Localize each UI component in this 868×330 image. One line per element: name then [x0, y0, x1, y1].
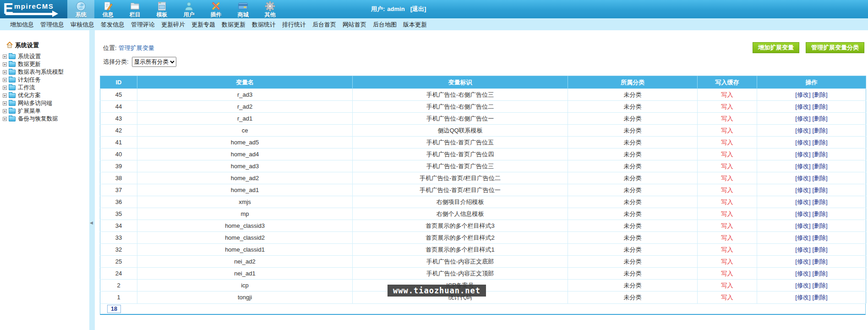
- write-cache-link[interactable]: 写入: [721, 246, 733, 253]
- nav-item[interactable]: 后台地图: [373, 19, 397, 31]
- sidebar-item[interactable]: 数据表与系统模型: [3, 68, 89, 76]
- nav-item[interactable]: 审核信息: [71, 19, 94, 31]
- expand-plus-icon[interactable]: [3, 117, 7, 121]
- delete-link[interactable]: [删除]: [813, 163, 828, 170]
- expand-plus-icon[interactable]: [3, 109, 7, 113]
- write-cache-link[interactable]: 写入: [721, 222, 733, 229]
- expand-plus-icon[interactable]: [3, 86, 7, 90]
- nav-item[interactable]: 增加信息: [10, 19, 34, 31]
- modify-link[interactable]: [修改]: [795, 175, 810, 182]
- delete-link[interactable]: [删除]: [813, 258, 828, 265]
- delete-link[interactable]: [删除]: [813, 187, 828, 193]
- write-cache-link[interactable]: 写入: [721, 151, 733, 158]
- write-cache-link[interactable]: 写入: [721, 234, 733, 241]
- write-cache-link[interactable]: 写入: [721, 127, 733, 134]
- modify-link[interactable]: [修改]: [795, 139, 810, 146]
- delete-link[interactable]: [删除]: [813, 198, 828, 205]
- category-select[interactable]: 显示所有分类: [132, 57, 176, 67]
- nav-item[interactable]: 网站首页: [343, 19, 366, 31]
- modify-link[interactable]: [修改]: [795, 151, 810, 158]
- expand-plus-icon[interactable]: [3, 101, 7, 105]
- tab-template[interactable]: 模板: [148, 0, 175, 18]
- write-cache-link[interactable]: 写入: [721, 175, 733, 182]
- delete-link[interactable]: [删除]: [813, 91, 828, 98]
- modify-link[interactable]: [修改]: [795, 163, 810, 170]
- write-cache-link[interactable]: 写入: [721, 282, 733, 289]
- modify-link[interactable]: [修改]: [795, 282, 810, 289]
- modify-link[interactable]: [修改]: [795, 258, 810, 265]
- add-variable-button[interactable]: 增加扩展变量: [753, 42, 799, 53]
- modify-link[interactable]: [修改]: [795, 103, 810, 110]
- nav-item[interactable]: 数据统计: [252, 19, 276, 31]
- modify-link[interactable]: [修改]: [795, 198, 810, 205]
- modify-link[interactable]: [修改]: [795, 187, 810, 193]
- sidebar-item[interactable]: 数据更新: [3, 60, 89, 68]
- write-cache-link[interactable]: 写入: [721, 258, 733, 265]
- expand-plus-icon[interactable]: [3, 94, 7, 98]
- sidebar-item[interactable]: 扩展菜单: [3, 107, 89, 115]
- modify-link[interactable]: [修改]: [795, 234, 810, 241]
- nav-item[interactable]: 更新碎片: [161, 19, 185, 31]
- delete-link[interactable]: [删除]: [813, 234, 828, 241]
- nav-item[interactable]: 管理评论: [131, 19, 155, 31]
- write-cache-link[interactable]: 写入: [721, 91, 733, 98]
- logout-link[interactable]: [退出]: [410, 6, 426, 12]
- delete-link[interactable]: [删除]: [813, 210, 828, 217]
- delete-link[interactable]: [删除]: [813, 127, 828, 134]
- tab-mall[interactable]: 商城: [229, 0, 257, 18]
- modify-link[interactable]: [修改]: [795, 246, 810, 253]
- nav-item[interactable]: 后台首页: [312, 19, 336, 31]
- write-cache-link[interactable]: 写入: [721, 103, 733, 110]
- delete-link[interactable]: [删除]: [813, 103, 828, 110]
- delete-link[interactable]: [删除]: [813, 282, 828, 289]
- empirecms-logo[interactable]: E mpireCMS: [0, 0, 67, 18]
- collapse-sidebar-icon[interactable]: ◀: [90, 220, 93, 225]
- write-cache-link[interactable]: 写入: [721, 270, 733, 277]
- delete-link[interactable]: [删除]: [813, 175, 828, 182]
- sidebar-item[interactable]: 计划任务: [3, 76, 89, 84]
- tab-system[interactable]: 系统: [67, 0, 94, 18]
- modify-link[interactable]: [修改]: [795, 91, 810, 98]
- expand-plus-icon[interactable]: [3, 78, 7, 82]
- delete-link[interactable]: [删除]: [813, 222, 828, 229]
- sidebar-item[interactable]: 工作流: [3, 84, 89, 92]
- nav-item[interactable]: 版本更新: [403, 19, 427, 31]
- sidebar-item[interactable]: 系统设置: [3, 53, 89, 60]
- modify-link[interactable]: [修改]: [795, 222, 810, 229]
- delete-link[interactable]: [删除]: [813, 270, 828, 277]
- nav-item[interactable]: 排行统计: [282, 19, 306, 31]
- sidebar-item[interactable]: 优化方案: [3, 92, 89, 99]
- write-cache-link[interactable]: 写入: [721, 187, 733, 193]
- nav-item[interactable]: 管理信息: [40, 19, 64, 31]
- tab-plugin[interactable]: 插件: [202, 0, 229, 18]
- delete-link[interactable]: [删除]: [813, 294, 828, 301]
- nav-item[interactable]: 更新专题: [191, 19, 215, 31]
- tab-other[interactable]: 其他: [257, 0, 284, 18]
- modify-link[interactable]: [修改]: [795, 294, 810, 301]
- modify-link[interactable]: [修改]: [795, 270, 810, 277]
- delete-link[interactable]: [删除]: [813, 115, 828, 122]
- delete-link[interactable]: [删除]: [813, 139, 828, 146]
- tab-info[interactable]: 信息: [94, 0, 121, 18]
- nav-item[interactable]: 签发信息: [101, 19, 125, 31]
- tab-column[interactable]: 栏目: [121, 0, 148, 18]
- write-cache-link[interactable]: 写入: [721, 115, 733, 122]
- write-cache-link[interactable]: 写入: [721, 294, 733, 301]
- expand-plus-icon[interactable]: [3, 70, 7, 74]
- sidebar-item[interactable]: 备份与恢复数据: [3, 115, 89, 123]
- nav-item[interactable]: 数据更新: [222, 19, 246, 31]
- write-cache-link[interactable]: 写入: [721, 139, 733, 146]
- page-number[interactable]: 18: [107, 305, 121, 313]
- delete-link[interactable]: [删除]: [813, 151, 828, 158]
- write-cache-link[interactable]: 写入: [721, 198, 733, 205]
- modify-link[interactable]: [修改]: [795, 210, 810, 217]
- write-cache-link[interactable]: 写入: [721, 210, 733, 217]
- delete-link[interactable]: [删除]: [813, 246, 828, 253]
- expand-plus-icon[interactable]: [3, 55, 7, 59]
- write-cache-link[interactable]: 写入: [721, 163, 733, 170]
- manage-variable-class-button[interactable]: 管理扩展变量分类: [806, 42, 864, 53]
- modify-link[interactable]: [修改]: [795, 127, 810, 134]
- expand-plus-icon[interactable]: [3, 62, 7, 66]
- tab-user[interactable]: 用户: [175, 0, 202, 18]
- modify-link[interactable]: [修改]: [795, 115, 810, 122]
